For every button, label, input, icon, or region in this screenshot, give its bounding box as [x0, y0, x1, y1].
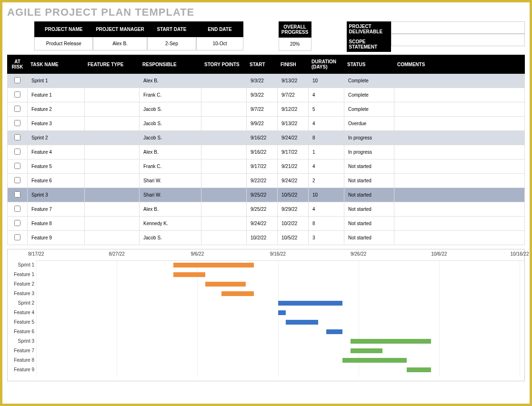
- cell-status[interactable]: Not started: [344, 174, 394, 188]
- cell-feature-type[interactable]: [85, 159, 140, 174]
- cell-story-points[interactable]: [201, 202, 247, 217]
- cell-story-points[interactable]: [201, 102, 247, 117]
- cell-comments[interactable]: [394, 131, 525, 145]
- cell-task-name[interactable]: Feature 8: [28, 217, 85, 231]
- cell-responsible[interactable]: Alex B.: [140, 74, 201, 88]
- cell-feature-type[interactable]: [85, 145, 140, 159]
- cell-comments[interactable]: [394, 145, 525, 159]
- project-manager-value[interactable]: Alex B.: [93, 37, 147, 50]
- at-risk-checkbox[interactable]: [14, 206, 20, 212]
- cell-responsible[interactable]: Jacob S.: [140, 131, 201, 145]
- at-risk-checkbox[interactable]: [14, 120, 20, 126]
- cell-duration[interactable]: 4: [309, 88, 344, 102]
- cell-finish[interactable]: 9/21/22: [278, 159, 309, 174]
- cell-feature-type[interactable]: [85, 102, 140, 117]
- cell-status[interactable]: Not started: [344, 188, 394, 202]
- cell-task-name[interactable]: Feature 3: [28, 117, 85, 131]
- scope-statement-value[interactable]: [391, 34, 525, 46]
- cell-comments[interactable]: [394, 188, 525, 202]
- cell-comments[interactable]: [394, 102, 525, 117]
- at-risk-checkbox[interactable]: [14, 177, 20, 183]
- cell-finish[interactable]: 9/13/22: [278, 74, 309, 88]
- cell-story-points[interactable]: [201, 145, 247, 159]
- at-risk-checkbox[interactable]: [14, 77, 20, 83]
- cell-responsible[interactable]: Alex B.: [140, 145, 201, 159]
- cell-story-points[interactable]: [201, 217, 247, 231]
- cell-finish[interactable]: 9/24/22: [278, 174, 309, 188]
- at-risk-checkbox[interactable]: [14, 106, 20, 112]
- cell-task-name[interactable]: Sprint 1: [28, 74, 85, 88]
- cell-task-name[interactable]: Feature 4: [28, 145, 85, 159]
- cell-responsible[interactable]: Kennedy K.: [140, 217, 201, 231]
- cell-start[interactable]: 9/7/22: [247, 102, 278, 117]
- cell-duration[interactable]: 4: [309, 159, 344, 174]
- cell-story-points[interactable]: [201, 117, 247, 131]
- cell-responsible[interactable]: Frank C.: [140, 159, 201, 174]
- cell-start[interactable]: 10/2/22: [247, 231, 278, 245]
- cell-duration[interactable]: 4: [309, 202, 344, 217]
- at-risk-checkbox[interactable]: [14, 191, 20, 198]
- cell-story-points[interactable]: [201, 174, 247, 188]
- cell-finish[interactable]: 9/12/22: [278, 102, 309, 117]
- cell-comments[interactable]: [394, 217, 525, 231]
- cell-finish[interactable]: 10/5/22: [278, 188, 309, 202]
- cell-start[interactable]: 9/22/22: [247, 174, 278, 188]
- cell-status[interactable]: Overdue: [344, 117, 394, 131]
- cell-feature-type[interactable]: [85, 217, 140, 231]
- cell-feature-type[interactable]: [85, 231, 140, 245]
- cell-task-name[interactable]: Feature 9: [28, 231, 85, 245]
- cell-feature-type[interactable]: [85, 74, 140, 88]
- cell-responsible[interactable]: Alex B.: [140, 202, 201, 217]
- cell-duration[interactable]: 2: [309, 174, 344, 188]
- cell-task-name[interactable]: Sprint 2: [28, 131, 85, 145]
- cell-feature-type[interactable]: [85, 188, 140, 202]
- cell-story-points[interactable]: [201, 74, 247, 88]
- at-risk-checkbox[interactable]: [14, 220, 20, 226]
- cell-start[interactable]: 9/3/22: [247, 74, 278, 88]
- cell-comments[interactable]: [394, 88, 525, 102]
- cell-start[interactable]: 9/16/22: [247, 145, 278, 159]
- cell-start[interactable]: 9/25/22: [247, 188, 278, 202]
- cell-start[interactable]: 9/17/22: [247, 159, 278, 174]
- cell-comments[interactable]: [394, 202, 525, 217]
- cell-duration[interactable]: 1: [309, 145, 344, 159]
- cell-task-name[interactable]: Feature 1: [28, 88, 85, 102]
- cell-comments[interactable]: [394, 174, 525, 188]
- cell-finish[interactable]: 9/29/22: [278, 202, 309, 217]
- cell-status[interactable]: Complete: [344, 74, 394, 88]
- cell-feature-type[interactable]: [85, 174, 140, 188]
- cell-feature-type[interactable]: [85, 202, 140, 217]
- cell-duration[interactable]: 3: [309, 231, 344, 245]
- cell-status[interactable]: In progress: [344, 131, 394, 145]
- cell-start[interactable]: 9/16/22: [247, 131, 278, 145]
- cell-finish[interactable]: 10/2/22: [278, 217, 309, 231]
- cell-responsible[interactable]: Shari W.: [140, 188, 201, 202]
- cell-feature-type[interactable]: [85, 117, 140, 131]
- cell-story-points[interactable]: [201, 88, 247, 102]
- cell-feature-type[interactable]: [85, 88, 140, 102]
- cell-responsible[interactable]: Frank C.: [140, 88, 201, 102]
- cell-story-points[interactable]: [201, 188, 247, 202]
- cell-status[interactable]: In progress: [344, 145, 394, 159]
- cell-start[interactable]: 9/25/22: [247, 202, 278, 217]
- cell-finish[interactable]: 10/5/22: [278, 231, 309, 245]
- cell-finish[interactable]: 9/24/22: [278, 131, 309, 145]
- cell-status[interactable]: Complete: [344, 88, 394, 102]
- cell-story-points[interactable]: [201, 159, 247, 174]
- cell-duration[interactable]: 8: [309, 131, 344, 145]
- cell-status[interactable]: Not started: [344, 202, 394, 217]
- cell-status[interactable]: Complete: [344, 102, 394, 117]
- cell-feature-type[interactable]: [85, 131, 140, 145]
- cell-status[interactable]: Not started: [344, 159, 394, 174]
- at-risk-checkbox[interactable]: [14, 149, 20, 155]
- cell-task-name[interactable]: Feature 2: [28, 102, 85, 117]
- cell-responsible[interactable]: Jacob S.: [140, 102, 201, 117]
- project-name-value[interactable]: Product Release: [34, 37, 93, 50]
- cell-comments[interactable]: [394, 74, 525, 88]
- project-deliverable-value[interactable]: [391, 21, 525, 34]
- cell-task-name[interactable]: Sprint 3: [28, 188, 85, 202]
- start-date-value[interactable]: 2-Sep: [147, 37, 196, 50]
- at-risk-checkbox[interactable]: [14, 234, 20, 240]
- cell-story-points[interactable]: [201, 231, 247, 245]
- cell-story-points[interactable]: [201, 131, 247, 145]
